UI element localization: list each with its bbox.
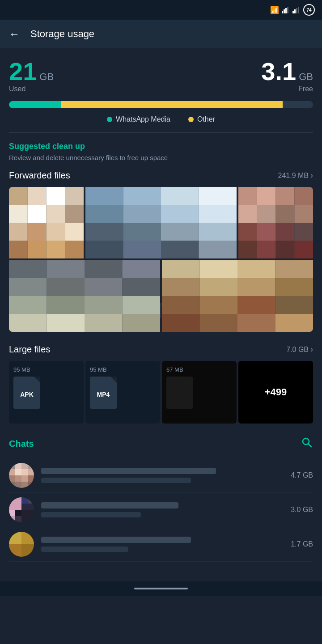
svg-rect-40 xyxy=(238,187,257,205)
forwarded-grid[interactable] xyxy=(9,187,313,332)
svg-rect-55 xyxy=(294,241,313,258)
svg-rect-31 xyxy=(199,205,237,223)
apk-size: 95 MB xyxy=(13,366,30,373)
other-progress xyxy=(61,101,283,108)
svg-rect-116 xyxy=(21,532,34,544)
whatsapp-progress xyxy=(9,101,61,108)
svg-rect-49 xyxy=(257,223,276,241)
chat-item-2[interactable]: 3.0 GB xyxy=(9,493,313,527)
mp4-ext: MP4 xyxy=(97,391,110,398)
used-storage: 21 GB Used xyxy=(9,59,54,93)
svg-rect-29 xyxy=(123,205,161,223)
forwarded-chevron: › xyxy=(310,171,313,180)
large-files-grid: 95 MB APK 95 MB MP4 67 MB +499 xyxy=(9,361,313,424)
svg-rect-115 xyxy=(9,532,21,544)
svg-rect-47 xyxy=(294,205,313,223)
svg-rect-17 xyxy=(28,223,47,241)
file-card-mp4[interactable]: 95 MB MP4 xyxy=(85,361,160,424)
suggested-title: Suggested clean up xyxy=(9,142,313,151)
free-storage: 3.1 GB Free xyxy=(261,59,313,93)
svg-rect-1 xyxy=(284,9,285,13)
suggested-cleanup-section: Suggested clean up Review and delete unn… xyxy=(9,142,313,161)
svg-rect-34 xyxy=(161,223,199,241)
other-legend-item: Other xyxy=(188,115,215,123)
chat-item-1[interactable]: 4.7 GB xyxy=(9,458,313,493)
svg-rect-18 xyxy=(47,223,65,241)
svg-rect-62 xyxy=(85,278,123,296)
svg-rect-33 xyxy=(123,223,161,241)
chats-search-icon[interactable] xyxy=(301,436,313,451)
svg-rect-42 xyxy=(276,187,295,205)
svg-rect-13 xyxy=(28,205,47,223)
free-number: 3.1 xyxy=(261,59,296,84)
other-legend-label: Other xyxy=(197,115,215,123)
svg-rect-5 xyxy=(294,9,296,13)
svg-rect-7 xyxy=(298,7,299,13)
svg-rect-98 xyxy=(9,475,15,482)
svg-rect-78 xyxy=(237,278,275,296)
apk-ext: APK xyxy=(20,391,34,398)
main-content: WABETAINFO 21 GB Used 3.1 GB Free Whats xyxy=(0,48,322,572)
svg-rect-24 xyxy=(85,187,123,205)
svg-rect-44 xyxy=(238,205,257,223)
svg-rect-22 xyxy=(47,241,65,258)
svg-rect-38 xyxy=(161,241,199,258)
svg-rect-30 xyxy=(161,205,199,223)
used-label: Used xyxy=(9,85,54,93)
mp4-icon: MP4 xyxy=(90,377,117,409)
svg-rect-2 xyxy=(285,8,287,13)
large-files-title: Large files xyxy=(9,344,50,355)
svg-rect-67 xyxy=(123,296,161,314)
svg-rect-8 xyxy=(9,187,28,205)
forward-thumb-2[interactable] xyxy=(85,187,237,258)
free-label: Free xyxy=(298,85,313,93)
svg-rect-12 xyxy=(9,205,28,223)
file-card-apk[interactable]: 95 MB APK xyxy=(9,361,84,424)
svg-rect-93 xyxy=(28,463,34,469)
signal-icon xyxy=(282,6,290,13)
svg-rect-85 xyxy=(200,314,238,332)
chat-name-blur-1 xyxy=(41,468,216,474)
forwarded-size-text: 241.9 MB xyxy=(278,172,309,180)
unknown-icon xyxy=(166,377,193,409)
forwarded-files-title: Forwarded files xyxy=(9,170,70,181)
back-button[interactable]: ← xyxy=(9,28,20,40)
svg-rect-70 xyxy=(85,314,123,332)
svg-rect-61 xyxy=(47,278,85,296)
svg-rect-0 xyxy=(282,11,283,13)
page-title: Storage usage xyxy=(30,28,94,40)
forward-thumb-3[interactable] xyxy=(238,187,313,258)
svg-rect-19 xyxy=(65,223,84,241)
large-files-section: Large files 7.0 GB › 95 MB APK 95 MB MP4 xyxy=(9,344,313,424)
file-card-unknown[interactable]: 67 MB xyxy=(162,361,237,424)
svg-rect-81 xyxy=(200,296,238,314)
forward-thumb-1[interactable] xyxy=(9,187,84,258)
svg-rect-43 xyxy=(294,187,313,205)
svg-rect-106 xyxy=(9,497,21,510)
chat-item-3[interactable]: 1.7 GB xyxy=(9,527,313,562)
wifi-icon: 📶 xyxy=(270,6,279,14)
top-bar: ← Storage usage xyxy=(0,20,322,48)
chat-avatar-3 xyxy=(9,532,34,557)
svg-rect-9 xyxy=(28,187,47,205)
forwarded-files-size[interactable]: 241.9 MB › xyxy=(278,171,313,180)
svg-rect-37 xyxy=(123,241,161,258)
svg-rect-118 xyxy=(21,544,34,557)
svg-rect-83 xyxy=(275,296,314,314)
more-files-label: +499 xyxy=(265,386,287,398)
svg-rect-90 xyxy=(9,463,15,469)
svg-rect-53 xyxy=(257,241,276,258)
forward-thumb-5[interactable] xyxy=(162,260,313,332)
svg-rect-58 xyxy=(85,260,123,278)
other-legend-dot xyxy=(188,117,194,122)
more-files-card[interactable]: +499 xyxy=(238,361,313,424)
large-files-size[interactable]: 7.0 GB › xyxy=(286,345,313,354)
chat-info-1 xyxy=(41,468,291,483)
svg-rect-68 xyxy=(9,314,47,332)
signal-icon-2 xyxy=(292,6,301,13)
svg-rect-109 xyxy=(21,504,34,510)
forward-thumb-4[interactable] xyxy=(9,260,160,332)
used-number: 21 xyxy=(9,59,37,84)
storage-legend: WhatsApp Media Other xyxy=(9,115,313,123)
svg-rect-99 xyxy=(15,475,21,482)
